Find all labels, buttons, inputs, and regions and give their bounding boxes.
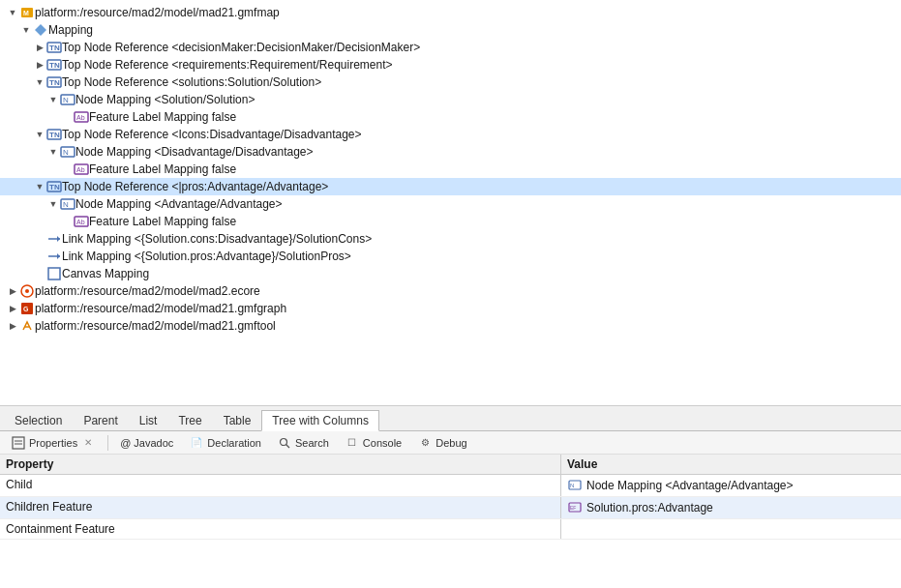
lm-icon [46,249,62,264]
svg-marker-26 [57,236,60,242]
tree-item-label: platform:/resource/mad2/model/mad2.ecore [35,284,260,298]
tree-row[interactable]: ▼ N Node Mapping <Advantage/Advantage> [0,195,901,213]
debug-label: Debug [435,437,466,449]
tree-toggle[interactable]: ▶ [33,58,46,72]
tree-view: ▼ M platform:/resource/mad2/model/mad21.… [0,0,901,338]
svg-text:TN: TN [49,44,60,52]
properties-label: Properties [29,437,77,449]
tab-tree-with-columns[interactable]: Tree with Columns [261,410,379,431]
search-label: Search [295,437,329,449]
tree-row[interactable]: Link Mapping <{Solution.cons:Disadvantag… [0,230,901,248]
svg-point-38 [280,438,286,445]
properties-header: Property Value [0,455,901,475]
tree-row[interactable]: ▼ N Node Mapping <Disadvantage/Disadvant… [0,143,901,161]
tree-item-label: Top Node Reference <decisionMaker:Decisi… [62,41,420,54]
svg-text:TN: TN [49,78,60,87]
main-tree-area[interactable]: ▼ M platform:/resource/mad2/model/mad21.… [0,0,901,406]
tab-tree[interactable]: Tree [167,409,212,430]
tree-item-label: platform:/resource/mad2/model/mad21.gmfg… [35,302,286,315]
tree-toggle[interactable]: ▼ [46,197,60,211]
tree-row[interactable]: ▶ TN Top Node Reference <requirements:Re… [0,56,901,74]
gmftool-icon [19,318,35,334]
svg-text:Ab: Ab [76,219,85,225]
tree-toggle[interactable]: ▶ [6,284,19,298]
tnr-icon: TN [46,57,62,73]
tree-item-label: Feature Label Mapping false [89,215,236,228]
svg-text:M: M [23,10,29,16]
tree-row[interactable]: ▶ platform:/resource/mad2/model/mad2.eco… [0,282,901,300]
tree-toggle[interactable]: ▼ [46,93,60,106]
properties-icon [11,435,26,451]
tree-row[interactable]: ▼ TN Top Node Reference <Icons:Disadvant… [0,126,901,143]
tree-toggle [60,215,74,228]
tree-toggle[interactable]: ▼ [6,6,19,19]
tree-item-label: Link Mapping <{Solution.cons:Disadvantag… [62,232,372,246]
declaration-tab[interactable]: 📄 Declaration [182,432,268,454]
declaration-label: Declaration [207,437,261,449]
svg-marker-2 [35,24,46,36]
tree-item-label: Canvas Mapping [62,267,149,280]
nm-value-icon: N [567,478,583,493]
tree-toggle[interactable]: ▼ [33,180,46,193]
tree-toggle[interactable]: ▼ [19,23,33,37]
tree-toggle[interactable]: ▼ [46,145,60,159]
svg-text:G: G [23,306,29,312]
tree-row[interactable]: ▶ TN Top Node Reference <decisionMaker:D… [0,39,901,56]
tree-toggle[interactable]: ▶ [6,319,19,333]
value-col-header: Value [561,455,901,474]
tab-parent[interactable]: Parent [73,409,128,430]
properties-tab[interactable]: Properties ✕ [4,432,103,454]
prop-row-children-feature[interactable]: Children Feature EF Solution.pros:Advant… [0,497,901,519]
svg-text:Ab: Ab [76,166,85,173]
prop-children-feature-value: EF Solution.pros:Advantage [561,497,901,518]
svg-text:TN: TN [49,61,60,70]
property-col-header: Property [0,455,561,474]
tree-item-label: Link Mapping <{Solution.pros:Advantage}/… [62,250,351,263]
tree-row[interactable]: ▼ Mapping [0,21,901,39]
tree-toggle[interactable]: ▼ [33,75,46,89]
tab-bar: Selection Parent List Tree Table Tree wi… [0,406,901,431]
tree-row[interactable]: ▶ platform:/resource/mad2/model/mad21.gm… [0,317,901,335]
tree-row[interactable]: Link Mapping <{Solution.pros:Advantage}/… [0,248,901,265]
svg-rect-29 [48,268,60,279]
tree-row[interactable]: Canvas Mapping [0,265,901,282]
tree-item-label: Top Node Reference <Icons:Disadvantage/D… [62,128,362,141]
tab-selection[interactable]: Selection [4,409,73,430]
tab-table[interactable]: Table [213,409,262,430]
console-icon: ☐ [345,435,360,451]
javadoc-tab[interactable]: @ Javadoc [113,434,180,452]
debug-icon: ⚙ [417,435,433,451]
search-tab[interactable]: Search [270,432,336,454]
tree-item-label: Top Node Reference <|pros:Advantage/Adva… [62,180,328,193]
svg-text:Ab: Ab [76,114,85,121]
tree-row[interactable]: ▼ TN Top Node Reference <solutions:Solut… [0,74,901,91]
prop-child-label: Child [0,475,561,496]
tree-row[interactable]: Ab Feature Label Mapping false [0,213,901,230]
tree-toggle[interactable]: ▶ [6,302,19,315]
tree-toggle [33,232,46,246]
tree-toggle[interactable]: ▶ [33,41,46,54]
javadoc-label: @ Javadoc [120,437,173,449]
toolbar-separator [107,435,108,451]
prop-row-containment-feature[interactable]: Containment Feature [0,519,901,540]
tree-row[interactable]: ▼ N Node Mapping <Solution/Solution> [0,91,901,108]
prop-row-child[interactable]: Child N Node Mapping <Advantage/Advantag… [0,475,901,497]
tree-row[interactable]: Ab Feature Label Mapping false [0,108,901,126]
svg-text:TN: TN [49,131,60,139]
svg-text:N: N [63,200,69,209]
fl-icon: Ab [74,162,89,177]
tree-row[interactable]: ▶ G platform:/resource/mad2/model/mad21.… [0,300,901,317]
svg-text:EF: EF [570,505,576,511]
console-tab[interactable]: ☐ Console [338,432,408,454]
bottom-toolbar: Properties ✕ @ Javadoc 📄 Declaration Sea… [0,431,901,455]
tree-row[interactable]: Ab Feature Label Mapping false [0,161,901,178]
debug-tab[interactable]: ⚙ Debug [410,432,473,454]
tree-toggle[interactable]: ▼ [33,128,46,141]
svg-text:N: N [63,148,69,157]
close-properties-icon[interactable]: ✕ [80,435,96,451]
svg-rect-35 [13,437,24,449]
tree-row[interactable]: ▼ TN Top Node Reference <|pros:Advantage… [0,178,901,195]
tree-row[interactable]: ▼ M platform:/resource/mad2/model/mad21.… [0,4,901,21]
cm-icon [46,266,62,281]
tab-list[interactable]: List [129,409,168,430]
